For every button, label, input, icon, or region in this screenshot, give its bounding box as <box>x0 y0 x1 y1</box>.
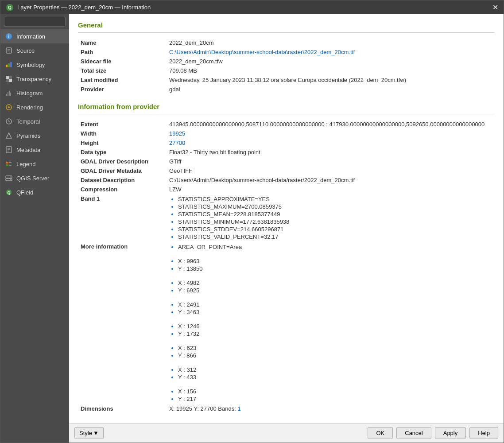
source-icon <box>5 47 13 54</box>
table-row: Compression LZW <box>78 185 495 194</box>
sidebar-item-symbology[interactable]: Symbology <box>0 58 69 72</box>
cancel-button[interactable]: Cancel <box>396 427 431 439</box>
more-info-group-2: X : 4982 Y : 6925 <box>169 279 492 294</box>
sidebar-item-metadata[interactable]: Metadata <box>0 143 69 157</box>
table-row: Total size 709.08 MB <box>78 66 495 75</box>
sidebar-item-symbology-label: Symbology <box>16 62 45 68</box>
field-label-datatype: Data type <box>78 148 167 157</box>
help-button[interactable]: Help <box>469 427 498 439</box>
more-info-group-3: X : 2491 Y : 3463 <box>169 301 492 316</box>
svg-rect-13 <box>9 79 12 82</box>
provider-divider <box>78 114 495 114</box>
sidebar-item-qfield[interactable]: Q QField <box>0 185 69 199</box>
sidebar-item-qfield-label: QField <box>16 189 33 196</box>
sidebar-item-transparency-label: Transparency <box>16 76 51 82</box>
field-value-width: 19925 <box>167 129 495 138</box>
bands-link[interactable]: 1 <box>237 405 240 412</box>
sidebar-item-qgis-server[interactable]: QGIS Server <box>0 171 69 185</box>
field-label-lastmodified: Last modified <box>78 75 167 85</box>
metadata-icon <box>5 146 13 154</box>
field-label-width: Width <box>78 129 167 138</box>
table-row: Path C:\Users\Admin\Desktop\summer-schoo… <box>78 47 495 57</box>
general-title: General <box>78 21 495 29</box>
field-value-sidecar: 2022_dem_20cm.tfw <box>167 57 495 66</box>
sidebar-item-source[interactable]: Source <box>0 43 69 58</box>
sidebar-item-information-label: Information <box>16 33 45 40</box>
field-value-band1: STATISTICS_APPROXIMATE=YES STATISTICS_MA… <box>167 194 495 242</box>
temporal-icon <box>5 117 13 125</box>
band1-item-4: STATISTICS_STDDEV=214.6605296871 <box>178 226 283 233</box>
main-content[interactable]: General Name 2022_dem_20cm Path C:\Us <box>69 14 504 423</box>
ok-button[interactable]: OK <box>368 427 393 439</box>
footer: Style ▼ OK Cancel Apply Help <box>69 423 504 443</box>
list-item: Y : 3463 <box>178 308 492 316</box>
transparency-icon <box>5 75 13 83</box>
sidebar-item-histogram[interactable]: Histogram <box>0 86 69 100</box>
symbology-icon <box>5 61 13 69</box>
svg-text:Q: Q <box>7 190 10 195</box>
field-value-datatype: Float32 - Thirty two bit floating point <box>167 148 495 157</box>
svg-point-35 <box>10 179 11 180</box>
table-row: GDAL Driver Metadata GeoTIFF <box>78 166 495 175</box>
field-label-height: Height <box>78 138 167 148</box>
general-table: Name 2022_dem_20cm Path C:\Users\Admin\D… <box>78 38 495 94</box>
svg-text:Q: Q <box>8 5 12 10</box>
table-row: Height 27700 <box>78 138 495 148</box>
svg-rect-14 <box>6 94 7 96</box>
sidebar-item-qgis-server-label: QGIS Server <box>16 175 49 182</box>
band1-item-3: STATISTICS_MINIMUM=1772.6381835938 <box>178 218 289 225</box>
svg-rect-15 <box>8 92 8 96</box>
table-row: Provider gdal <box>78 85 495 94</box>
sidebar-item-transparency[interactable]: Transparency <box>0 72 69 86</box>
field-label-dataset-desc: Dataset Description <box>78 175 167 185</box>
chevron-down-icon: ▼ <box>93 430 99 436</box>
sidebar-item-temporal[interactable]: Temporal <box>0 114 69 128</box>
list-item: STATISTICS_MEAN=2228.8185377449 <box>178 210 492 218</box>
band1-list: STATISTICS_APPROXIMATE=YES STATISTICS_MA… <box>169 195 492 241</box>
table-row: Last modified Wednesday, 25 January 2023… <box>78 75 495 85</box>
svg-rect-9 <box>10 62 12 67</box>
list-item: Y : 6925 <box>178 287 492 294</box>
field-value-lastmodified: Wednesday, 25 January 2023 11:38:12 ora … <box>167 75 495 85</box>
sidebar-item-pyramids-label: Pyramids <box>16 132 40 139</box>
table-row: Extent 413945.00000000000000000,5087110.… <box>78 120 495 129</box>
path-link[interactable]: C:\Users\Admin\Desktop\summer-school-dat… <box>169 49 355 55</box>
more-info-list: AREA_OR_POINT=Area <box>169 243 492 251</box>
qgis-icon: Q <box>6 4 14 12</box>
svg-rect-8 <box>8 63 10 67</box>
sidebar-item-rendering[interactable]: Rendering <box>0 100 69 114</box>
histogram-icon <box>5 89 13 97</box>
svg-marker-23 <box>6 133 12 138</box>
sidebar-item-rendering-label: Rendering <box>16 104 43 111</box>
svg-rect-16 <box>9 91 10 96</box>
list-item: X : 623 <box>178 344 492 352</box>
provider-title: Information from provider <box>78 103 495 110</box>
band1-item-2: STATISTICS_MEAN=2228.8185377449 <box>178 211 280 218</box>
close-button[interactable]: ✕ <box>492 3 498 12</box>
sidebar-item-information[interactable]: i Information <box>0 29 69 43</box>
more-info-group-7: X : 156 Y : 217 <box>169 388 492 403</box>
style-button[interactable]: Style ▼ <box>74 427 104 439</box>
list-item: X : 312 <box>178 366 492 373</box>
main-panel: General Name 2022_dem_20cm Path C:\Us <box>69 14 504 443</box>
svg-rect-12 <box>6 79 9 82</box>
style-button-label: Style <box>79 430 92 436</box>
field-value-extent: 413945.00000000000000000,5087110.0000000… <box>167 120 495 129</box>
field-value-more-info: AREA_OR_POINT=Area X : 9963 Y : 13850 <box>167 242 495 404</box>
sidebar-item-pyramids[interactable]: Pyramids <box>0 128 69 143</box>
sidebar-item-legend[interactable]: Legend <box>0 157 69 171</box>
sidebar-item-legend-label: Legend <box>16 161 35 167</box>
apply-button[interactable]: Apply <box>435 427 466 439</box>
svg-rect-28 <box>6 162 8 163</box>
field-value-gdal-desc: GTiff <box>167 157 495 166</box>
sidebar-search-input[interactable] <box>4 17 66 27</box>
field-label-dimensions: Dimensions <box>78 404 167 413</box>
list-item: STATISTICS_MAXIMUM=2700.0859375 <box>178 203 492 210</box>
list-item: X : 156 <box>178 388 492 395</box>
band1-item-1: STATISTICS_MAXIMUM=2700.0859375 <box>178 203 282 210</box>
field-value-dataset-desc: C:/Users/Admin/Desktop/summer-school-dat… <box>167 175 495 185</box>
field-value-totalsize: 709.08 MB <box>167 66 495 75</box>
list-item: Y : 217 <box>178 395 492 403</box>
table-row: Width 19925 <box>78 129 495 138</box>
list-item: Y : 13850 <box>178 265 492 272</box>
